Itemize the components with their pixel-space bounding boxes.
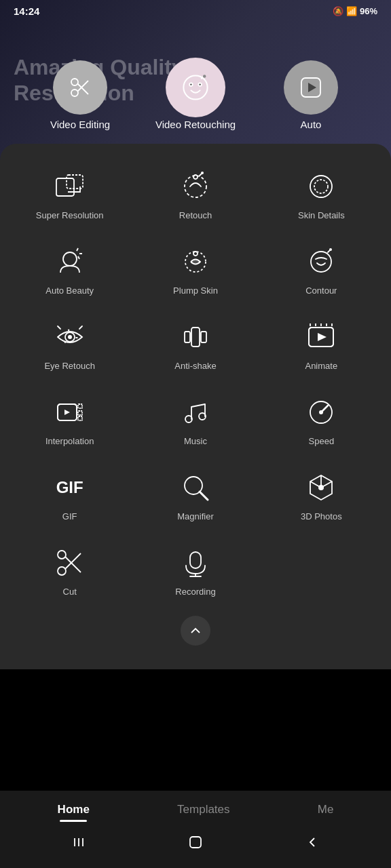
svg-rect-59: [190, 837, 201, 848]
status-bar: 14:24 🔕 📶 96%: [0, 0, 391, 20]
nav-tabs: Home Templates Me: [0, 791, 391, 825]
collapse-section: [7, 609, 384, 649]
animate-icon: [304, 320, 338, 354]
tool-super-resolution[interactable]: Super Resolution: [7, 157, 132, 233]
auto-icon: [284, 60, 338, 115]
nav-templates[interactable]: Templates: [164, 800, 243, 819]
svg-rect-39: [78, 404, 82, 408]
svg-marker-9: [308, 83, 316, 92]
video-retouching-label: Video Retouching: [155, 119, 236, 130]
tool-animate[interactable]: Animate: [259, 308, 384, 383]
nav-me[interactable]: Me: [304, 800, 348, 819]
tab-auto[interactable]: Auto: [257, 60, 365, 130]
svg-point-14: [201, 172, 204, 174]
main-panel: Super Resolution Retouch: [0, 144, 391, 669]
super-resolution-icon: [53, 170, 87, 203]
recording-icon: [179, 546, 212, 580]
tool-contour[interactable]: Contour: [259, 233, 384, 308]
retouch-label: Retouch: [179, 210, 212, 220]
magnifier-icon: [179, 471, 212, 505]
tool-speed[interactable]: Speed: [259, 383, 384, 458]
svg-rect-53: [190, 552, 201, 568]
tab-video-editing[interactable]: Video Editing: [26, 60, 134, 130]
super-resolution-label: Super Resolution: [36, 210, 104, 220]
anti-shake-icon: [179, 320, 212, 354]
tool-skin-details[interactable]: Skin Details: [259, 157, 384, 233]
category-tabs: Video Editing Video Retouching Auto: [0, 20, 391, 130]
svg-point-5: [189, 83, 192, 85]
retouch-icon: [179, 170, 212, 203]
tool-cut[interactable]: Cut: [7, 534, 132, 609]
tool-retouch[interactable]: Retouch: [132, 157, 258, 233]
interpolation-icon: [53, 395, 87, 429]
tool-music[interactable]: Music: [132, 383, 258, 458]
svg-point-23: [68, 335, 72, 339]
3d-photos-label: 3D Photos: [301, 511, 342, 521]
time: 14:24: [14, 5, 39, 17]
video-editing-icon: [53, 60, 107, 115]
svg-line-52: [65, 557, 81, 573]
tool-interpolation[interactable]: Interpolation: [7, 383, 132, 458]
speed-icon: [304, 395, 338, 429]
svg-point-45: [319, 410, 323, 414]
video-retouching-icon: [166, 58, 225, 117]
tool-auto-beauty[interactable]: Auto Beauty: [7, 233, 132, 308]
interpolation-label: Interpolation: [45, 436, 94, 446]
svg-point-19: [193, 252, 198, 256]
back-button[interactable]: [291, 831, 334, 857]
tool-plump-skin[interactable]: Plump Skin: [132, 233, 258, 308]
battery: 96%: [360, 6, 377, 16]
auto-beauty-label: Auto Beauty: [45, 285, 94, 296]
signal-icon: 📶: [346, 6, 357, 16]
tool-gif[interactable]: GIF GIF: [7, 458, 132, 534]
anti-shake-label: Anti-shake: [174, 361, 216, 371]
cut-label: Cut: [63, 587, 77, 597]
home-button[interactable]: [174, 831, 217, 857]
svg-marker-37: [64, 410, 70, 415]
tool-grid: Super Resolution Retouch: [7, 157, 384, 609]
svg-point-4: [183, 75, 207, 99]
tool-recording[interactable]: Recording: [132, 534, 258, 609]
nav-home[interactable]: Home: [44, 800, 103, 819]
3d-photos-icon: [304, 471, 338, 505]
svg-point-1: [71, 79, 78, 85]
tool-anti-shake[interactable]: Anti-shake: [132, 308, 258, 383]
speed-label: Speed: [309, 436, 335, 446]
eye-retouch-icon: [53, 320, 87, 354]
svg-point-20: [311, 252, 331, 272]
tool-eye-retouch[interactable]: Eye Retouch: [7, 308, 132, 383]
system-nav: [0, 825, 391, 868]
plump-skin-label: Plump Skin: [173, 285, 218, 296]
skin-details-label: Skin Details: [298, 210, 345, 220]
svg-rect-26: [185, 332, 190, 342]
svg-point-21: [329, 248, 332, 251]
skin-details-icon: [304, 170, 338, 203]
recording-label: Recording: [175, 587, 215, 597]
tool-3d-photos[interactable]: 3D Photos: [259, 458, 384, 534]
music-icon: [179, 395, 212, 429]
gif-label: GIF: [62, 511, 77, 521]
svg-rect-41: [78, 416, 82, 420]
bottom-nav: Home Templates Me: [0, 791, 391, 868]
recent-apps-button[interactable]: [57, 831, 100, 857]
svg-point-6: [198, 83, 201, 85]
svg-point-17: [63, 252, 77, 266]
collapse-button[interactable]: [181, 616, 210, 646]
svg-line-47: [200, 492, 208, 500]
contour-label: Contour: [305, 285, 337, 296]
eye-retouch-label: Eye Retouch: [44, 361, 94, 371]
svg-rect-25: [191, 328, 200, 347]
svg-marker-29: [318, 333, 327, 341]
svg-point-48: [318, 485, 324, 490]
svg-rect-27: [201, 332, 206, 342]
tab-video-retouching[interactable]: Video Retouching: [141, 60, 250, 130]
svg-point-50: [58, 551, 66, 559]
auto-beauty-icon: [53, 245, 87, 279]
contour-icon: [304, 245, 338, 279]
svg-point-15: [310, 176, 332, 197]
svg-point-49: [58, 567, 66, 575]
svg-line-51: [65, 553, 81, 569]
mute-icon: 🔕: [333, 6, 343, 16]
plump-skin-icon: [179, 245, 212, 279]
tool-magnifier[interactable]: Magnifier: [132, 458, 258, 534]
